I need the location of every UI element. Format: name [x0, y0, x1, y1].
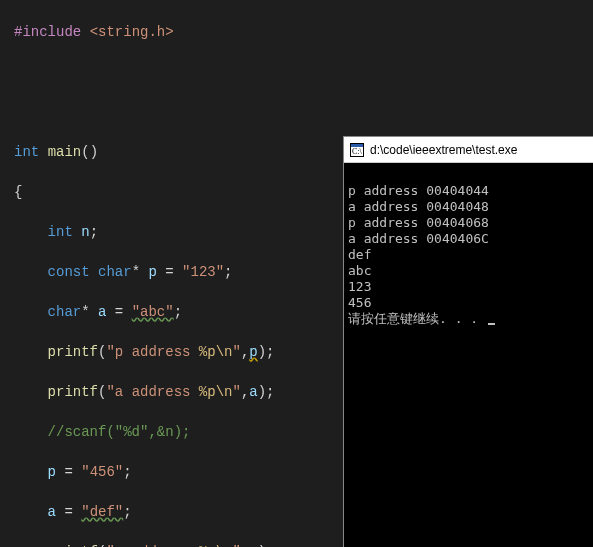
console-line: abc [348, 263, 371, 278]
console-line: a address 0040406C [348, 231, 489, 246]
console-titlebar[interactable]: C:\ d:\code\ieeextreme\test.exe [344, 137, 593, 163]
console-line: p address 00404044 [348, 183, 489, 198]
include-header: <string.h> [90, 24, 174, 40]
console-cursor [488, 323, 495, 325]
console-line: def [348, 247, 371, 262]
comment: //scanf("%d",&n); [48, 424, 191, 440]
console-line: a address 00404048 [348, 199, 489, 214]
console-output: p address 00404044 a address 00404048 p … [344, 163, 593, 347]
code-line: #include <string.h> [14, 20, 585, 44]
console-line: 请按任意键继续. . . [348, 311, 486, 326]
console-line: 456 [348, 295, 371, 310]
svg-text:C:\: C:\ [352, 147, 363, 156]
preproc-token: #include [14, 24, 81, 40]
console-title: d:\code\ieeextreme\test.exe [370, 143, 517, 157]
console-app-icon: C:\ [350, 143, 364, 157]
console-line: p address 00404068 [348, 215, 489, 230]
console-window[interactable]: C:\ d:\code\ieeextreme\test.exe p addres… [344, 137, 593, 547]
console-line: 123 [348, 279, 371, 294]
